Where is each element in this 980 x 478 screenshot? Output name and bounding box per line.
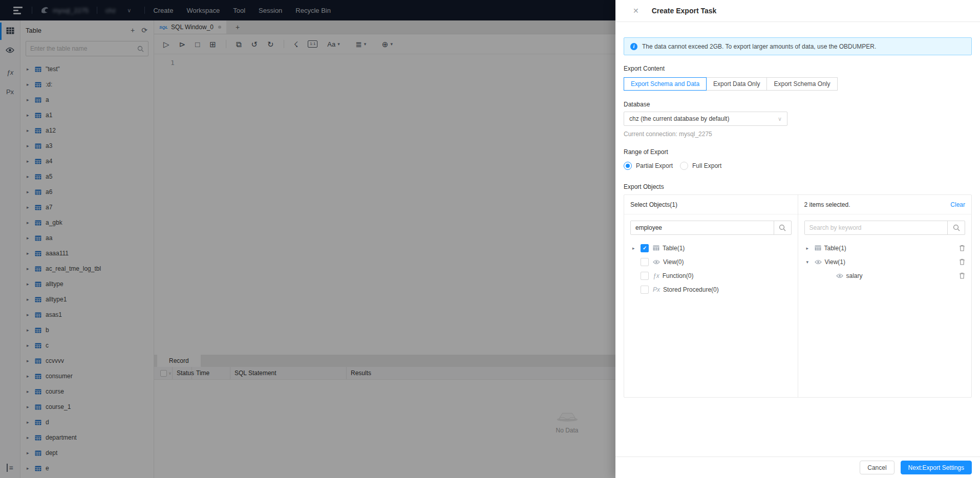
search-icon[interactable] [947,221,965,234]
object-tree-procedure-label: Stored Procedure(0) [663,286,719,293]
caret-right-icon[interactable]: ▸ [632,246,641,251]
option-export-schema-and-data[interactable]: Export Schema and Data [624,77,707,91]
option-export-data-only[interactable]: Export Data Only [706,77,767,91]
next-export-settings-button[interactable]: Next:Export Settings [901,461,972,474]
selected-salary-row[interactable]: salary [798,269,972,283]
drawer-title: Create Export Task [652,7,717,15]
selected-count-text: 2 items selected. [804,201,850,208]
procedure-icon: Px [653,286,660,293]
object-tree-table-row[interactable]: ▸ Table(1) [624,241,798,255]
object-tree-view-row[interactable]: View(0) [624,255,798,269]
procedure-checkbox[interactable] [641,286,649,294]
object-tree-view-label: View(0) [663,258,684,266]
view-checkbox[interactable] [641,258,649,266]
delete-icon[interactable] [959,245,965,251]
object-search-input[interactable] [631,221,774,234]
table-icon [653,245,659,251]
modal-mask [0,0,615,478]
table-icon [815,245,821,251]
radio-full-export[interactable] [680,162,688,170]
caret-right-icon[interactable]: ▸ [806,246,815,251]
select-objects-header: Select Objects(1) [630,201,677,208]
function-icon: ƒx [653,272,659,279]
export-content-label: Export Content [624,65,972,72]
selected-table-label: Table(1) [824,245,846,252]
info-icon [630,43,637,50]
banner-text: The data cannot exceed 2GB. To export la… [642,43,876,50]
export-objects-label: Export Objects [624,183,972,190]
object-search-box [630,221,792,235]
range-of-export-label: Range of Export [624,148,972,156]
caret-down-icon[interactable]: ▾ [806,259,815,265]
connection-hint: Current connection: mysql_2275 [624,131,972,138]
export-content-options: Export Schema and Data Export Data Only … [624,77,972,91]
delete-icon[interactable] [959,272,965,279]
selected-view-row[interactable]: ▾ View(1) [798,255,972,269]
view-icon [836,273,843,278]
radio-partial-export[interactable] [624,162,632,170]
database-select-value: chz (the current database by default) [629,115,778,122]
option-export-schema-only[interactable]: Export Schema Only [766,77,837,91]
selected-salary-label: salary [846,272,863,279]
radio-partial-export-label: Partial Export [636,162,673,169]
object-tree-function-label: Function(0) [663,272,694,279]
table-checkbox[interactable] [641,244,649,252]
selected-search-box [804,221,966,235]
database-select[interactable]: chz (the current database by default) ∨ [624,112,787,126]
info-banner: The data cannot exceed 2GB. To export la… [624,37,972,55]
view-icon [815,259,822,265]
object-tree-procedure-row[interactable]: Px Stored Procedure(0) [624,283,798,296]
selected-view-label: View(1) [825,258,845,266]
clear-link[interactable]: Clear [950,201,965,208]
chevron-down-icon: ∨ [778,116,782,122]
radio-full-export-label: Full Export [692,162,721,169]
object-transfer: Select Objects(1) ▸ Table(1) [624,194,972,398]
delete-icon[interactable] [959,258,965,265]
selected-search-input[interactable] [805,221,948,234]
drawer-footer: Cancel Next:Export Settings [615,457,980,478]
search-icon[interactable] [774,221,791,234]
object-tree-table-label: Table(1) [663,245,685,252]
select-objects-panel: Select Objects(1) ▸ Table(1) [624,195,798,397]
selected-table-row[interactable]: ▸ Table(1) [798,241,972,255]
create-export-task-drawer: ✕ Create Export Task The data cannot exc… [615,0,980,478]
function-checkbox[interactable] [641,272,649,280]
object-tree-function-row[interactable]: ƒx Function(0) [624,269,798,283]
close-icon[interactable]: ✕ [633,7,639,15]
range-options: Partial Export Full Export [624,162,972,170]
view-icon [653,259,660,265]
database-label: Database [624,101,972,108]
selected-objects-panel: 2 items selected. Clear ▸ Table(1) [798,195,972,397]
cancel-button[interactable]: Cancel [860,461,894,474]
